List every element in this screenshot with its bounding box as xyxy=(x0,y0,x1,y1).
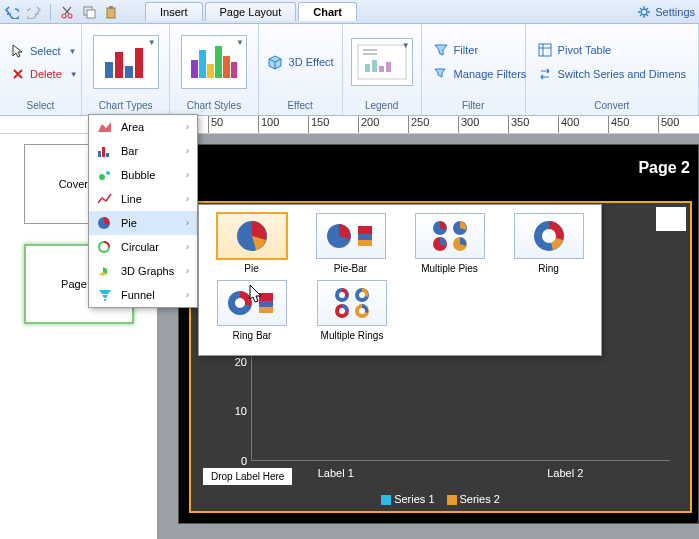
copy-button[interactable] xyxy=(81,4,97,20)
funnel-chart-icon xyxy=(97,287,113,303)
svg-rect-12 xyxy=(199,50,206,78)
svg-point-53 xyxy=(359,292,365,298)
manage-filters-button[interactable]: Manage Filters xyxy=(430,65,531,83)
group-chart-types-title: Chart Types xyxy=(86,98,165,113)
group-chart-styles-title: Chart Styles xyxy=(174,98,253,113)
funnel-gear-icon xyxy=(434,67,448,81)
chevron-right-icon: › xyxy=(186,266,189,276)
svg-rect-49 xyxy=(259,307,273,313)
svg-point-55 xyxy=(339,308,345,314)
svg-rect-11 xyxy=(191,60,198,78)
svg-point-57 xyxy=(359,308,365,314)
sub-ring-bar[interactable]: Ring Bar xyxy=(207,280,297,341)
ribbon: Select▼ Delete▼ Select ▼ Chart Types ▼ C… xyxy=(0,24,699,116)
delete-icon xyxy=(12,68,24,80)
svg-point-6 xyxy=(641,9,647,15)
svg-rect-10 xyxy=(135,48,143,78)
page-title: Page 2 xyxy=(638,159,690,177)
switch-series-button[interactable]: Switch Series and Dimens xyxy=(534,65,690,83)
bubble-icon xyxy=(97,167,113,183)
svg-point-51 xyxy=(339,292,345,298)
menu-funnel[interactable]: Funnel› xyxy=(89,283,197,307)
menu-bubble[interactable]: Bubble› xyxy=(89,163,197,187)
delete-button[interactable]: Delete▼ xyxy=(8,66,82,82)
sub-pie[interactable]: Pie xyxy=(207,213,296,274)
tab-chart[interactable]: Chart xyxy=(298,2,357,21)
gear-icon xyxy=(637,5,651,19)
menu-area[interactable]: Area› xyxy=(89,115,197,139)
svg-rect-8 xyxy=(115,52,123,78)
menu-circular[interactable]: Circular› xyxy=(89,235,197,259)
chevron-right-icon: › xyxy=(186,218,189,228)
svg-rect-24 xyxy=(539,44,551,56)
svg-point-44 xyxy=(542,229,556,243)
svg-rect-13 xyxy=(207,64,214,78)
sub-multiple-rings[interactable]: Multiple Rings xyxy=(307,280,397,341)
pivot-icon xyxy=(538,43,552,57)
svg-rect-48 xyxy=(259,293,273,301)
svg-rect-21 xyxy=(386,62,391,72)
chart-styles-button[interactable]: ▼ xyxy=(181,35,247,89)
chevron-right-icon: › xyxy=(186,170,189,180)
cut-button[interactable] xyxy=(59,4,75,20)
legend-preview-icon xyxy=(357,44,407,80)
svg-rect-29 xyxy=(106,153,109,157)
pie-bar-thumb-icon xyxy=(324,218,378,254)
menu-pie[interactable]: Pie› xyxy=(89,211,197,235)
svg-rect-38 xyxy=(358,240,372,246)
sub-multiple-pies[interactable]: Multiple Pies xyxy=(405,213,494,274)
group-legend-title: Legend xyxy=(347,98,417,113)
svg-rect-15 xyxy=(223,56,230,78)
circular-icon xyxy=(97,239,113,255)
undo-button[interactable] xyxy=(4,4,20,20)
cube-icon xyxy=(267,54,283,70)
chevron-right-icon: › xyxy=(186,194,189,204)
chevron-right-icon: › xyxy=(186,290,189,300)
tab-page-layout[interactable]: Page Layout xyxy=(205,2,297,21)
chart-types-menu: Area› Bar› Bubble› Line› Pie› Circular› … xyxy=(88,114,198,308)
quick-access-toolbar: Insert Page Layout Chart Settings xyxy=(0,0,699,24)
ring-bar-thumb-icon xyxy=(225,285,279,321)
svg-rect-16 xyxy=(231,62,237,78)
chevron-right-icon: › xyxy=(186,122,189,132)
tab-insert[interactable]: Insert xyxy=(145,2,203,21)
svg-rect-37 xyxy=(358,226,372,234)
styled-bars-icon xyxy=(189,42,239,82)
menu-3d-graphs[interactable]: 3D Graphs› xyxy=(89,259,197,283)
svg-rect-19 xyxy=(372,60,377,72)
chevron-right-icon: › xyxy=(186,146,189,156)
pivot-table-button[interactable]: Pivot Table xyxy=(534,41,616,59)
settings-button[interactable]: Settings xyxy=(637,5,695,19)
svg-rect-3 xyxy=(87,10,95,18)
filter-button[interactable]: Filter xyxy=(430,41,482,59)
multi-pie-thumb-icon xyxy=(428,218,472,254)
menu-bar[interactable]: Bar› xyxy=(89,139,197,163)
menu-line[interactable]: Line› xyxy=(89,187,197,211)
group-effect-title: Effect xyxy=(263,98,338,113)
chart-types-button[interactable]: ▼ xyxy=(93,35,159,89)
bar-chart-icon xyxy=(101,42,151,82)
paste-button[interactable] xyxy=(103,4,119,20)
svg-rect-18 xyxy=(365,64,370,72)
chevron-right-icon: › xyxy=(186,242,189,252)
redo-button[interactable] xyxy=(26,4,42,20)
multi-ring-thumb-icon xyxy=(330,285,374,321)
select-button[interactable]: Select▼ xyxy=(8,42,81,60)
sub-pie-bar[interactable]: Pie-Bar xyxy=(306,213,395,274)
sub-ring[interactable]: Ring xyxy=(504,213,593,274)
legend-button[interactable]: ▼ xyxy=(351,38,413,86)
drop-label-target[interactable]: Drop Label Here xyxy=(203,468,292,485)
group-select-title: Select xyxy=(4,98,77,113)
chart-legend: Series 1 Series 2 xyxy=(191,493,690,505)
ribbon-tabs: Insert Page Layout Chart xyxy=(145,2,357,21)
svg-rect-20 xyxy=(379,66,384,72)
svg-point-31 xyxy=(106,171,110,175)
line-icon xyxy=(97,191,113,207)
svg-point-46 xyxy=(235,298,245,308)
svg-rect-5 xyxy=(109,6,113,9)
area-icon xyxy=(97,119,113,135)
svg-rect-9 xyxy=(125,66,133,78)
pie-thumb-icon xyxy=(234,218,270,254)
3d-effect-button[interactable]: 3D Effect xyxy=(263,52,338,72)
pie-icon xyxy=(97,215,113,231)
